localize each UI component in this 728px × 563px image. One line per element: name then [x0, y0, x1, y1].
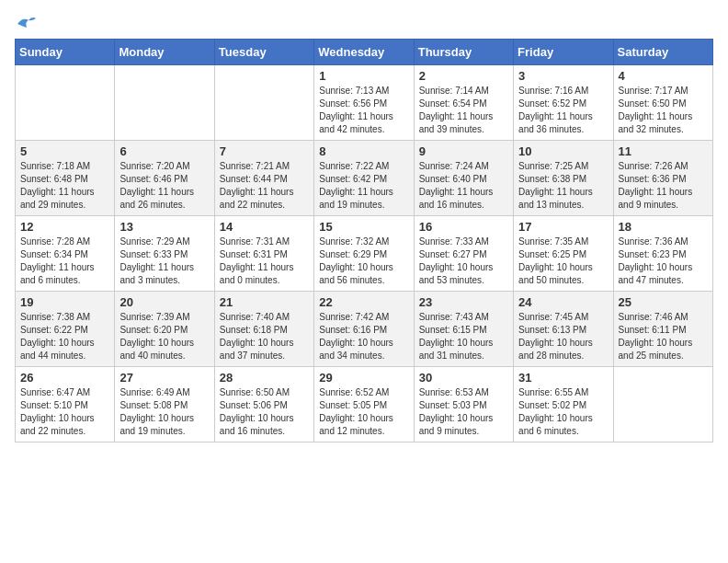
- day-info: Sunrise: 6:47 AM Sunset: 5:10 PM Dayligh…: [20, 386, 109, 438]
- day-number: 10: [518, 144, 608, 158]
- calendar-week-row: 12Sunrise: 7:28 AM Sunset: 6:34 PM Dayli…: [16, 216, 713, 292]
- day-info: Sunrise: 7:21 AM Sunset: 6:44 PM Dayligh…: [220, 160, 309, 212]
- calendar-cell: 2Sunrise: 7:14 AM Sunset: 6:54 PM Daylig…: [414, 65, 513, 141]
- day-info: Sunrise: 7:18 AM Sunset: 6:48 PM Dayligh…: [20, 160, 109, 212]
- day-number: 30: [419, 371, 508, 385]
- calendar-cell: 23Sunrise: 7:43 AM Sunset: 6:15 PM Dayli…: [414, 292, 513, 367]
- calendar-cell: 9Sunrise: 7:24 AM Sunset: 6:40 PM Daylig…: [414, 141, 513, 216]
- day-info: Sunrise: 7:33 AM Sunset: 6:27 PM Dayligh…: [419, 236, 508, 287]
- day-header-wednesday: Wednesday: [314, 40, 414, 65]
- day-info: Sunrise: 7:25 AM Sunset: 6:38 PM Dayligh…: [518, 160, 608, 212]
- calendar-cell: 29Sunrise: 6:52 AM Sunset: 5:05 PM Dayli…: [314, 367, 414, 442]
- page-header: [15, 15, 713, 28]
- calendar-cell: 7Sunrise: 7:21 AM Sunset: 6:44 PM Daylig…: [214, 141, 313, 216]
- calendar-cell: 14Sunrise: 7:31 AM Sunset: 6:31 PM Dayli…: [214, 216, 313, 292]
- day-number: 12: [20, 220, 109, 234]
- calendar-cell: 3Sunrise: 7:16 AM Sunset: 6:52 PM Daylig…: [514, 65, 613, 141]
- day-header-sunday: Sunday: [16, 40, 115, 65]
- day-number: 1: [319, 69, 408, 83]
- day-info: Sunrise: 7:29 AM Sunset: 6:33 PM Dayligh…: [119, 236, 209, 287]
- day-info: Sunrise: 7:28 AM Sunset: 6:34 PM Dayligh…: [20, 236, 109, 287]
- day-info: Sunrise: 6:53 AM Sunset: 5:03 PM Dayligh…: [419, 386, 508, 438]
- day-header-monday: Monday: [115, 40, 214, 65]
- calendar-cell: 30Sunrise: 6:53 AM Sunset: 5:03 PM Dayli…: [414, 367, 513, 442]
- day-info: Sunrise: 7:45 AM Sunset: 6:13 PM Dayligh…: [518, 311, 608, 362]
- day-info: Sunrise: 7:24 AM Sunset: 6:40 PM Dayligh…: [419, 160, 508, 212]
- day-info: Sunrise: 7:39 AM Sunset: 6:20 PM Dayligh…: [119, 311, 209, 362]
- calendar-cell: [16, 65, 115, 141]
- calendar-cell: [115, 65, 214, 141]
- calendar-header-row: SundayMondayTuesdayWednesdayThursdayFrid…: [16, 40, 713, 65]
- day-header-tuesday: Tuesday: [214, 40, 313, 65]
- day-number: 31: [518, 371, 608, 385]
- day-header-friday: Friday: [514, 40, 613, 65]
- day-number: 6: [119, 144, 209, 158]
- day-number: 25: [619, 295, 708, 309]
- day-info: Sunrise: 7:17 AM Sunset: 6:50 PM Dayligh…: [619, 85, 708, 136]
- day-header-thursday: Thursday: [414, 40, 513, 65]
- calendar-cell: 17Sunrise: 7:35 AM Sunset: 6:25 PM Dayli…: [514, 216, 613, 292]
- logo: [15, 15, 37, 28]
- calendar-cell: 26Sunrise: 6:47 AM Sunset: 5:10 PM Dayli…: [16, 367, 115, 442]
- day-number: 2: [419, 69, 508, 83]
- day-number: 9: [419, 144, 508, 158]
- day-header-saturday: Saturday: [613, 40, 712, 65]
- day-number: 18: [619, 220, 708, 234]
- calendar-cell: 13Sunrise: 7:29 AM Sunset: 6:33 PM Dayli…: [115, 216, 214, 292]
- calendar-cell: 18Sunrise: 7:36 AM Sunset: 6:23 PM Dayli…: [613, 216, 712, 292]
- calendar-cell: 11Sunrise: 7:26 AM Sunset: 6:36 PM Dayli…: [613, 141, 712, 216]
- day-number: 11: [619, 144, 708, 158]
- day-info: Sunrise: 7:14 AM Sunset: 6:54 PM Dayligh…: [419, 85, 508, 136]
- day-number: 14: [220, 220, 309, 234]
- day-info: Sunrise: 7:22 AM Sunset: 6:42 PM Dayligh…: [319, 160, 408, 212]
- calendar-cell: 8Sunrise: 7:22 AM Sunset: 6:42 PM Daylig…: [314, 141, 414, 216]
- logo-bird-icon: [16, 15, 36, 31]
- calendar-cell: 16Sunrise: 7:33 AM Sunset: 6:27 PM Dayli…: [414, 216, 513, 292]
- calendar-table: SundayMondayTuesdayWednesdayThursdayFrid…: [15, 39, 713, 442]
- calendar-cell: 4Sunrise: 7:17 AM Sunset: 6:50 PM Daylig…: [613, 65, 712, 141]
- day-info: Sunrise: 7:31 AM Sunset: 6:31 PM Dayligh…: [220, 236, 309, 287]
- day-number: 22: [319, 295, 408, 309]
- calendar-cell: 25Sunrise: 7:46 AM Sunset: 6:11 PM Dayli…: [613, 292, 712, 367]
- calendar-cell: 6Sunrise: 7:20 AM Sunset: 6:46 PM Daylig…: [115, 141, 214, 216]
- day-info: Sunrise: 7:20 AM Sunset: 6:46 PM Dayligh…: [119, 160, 209, 212]
- day-info: Sunrise: 7:43 AM Sunset: 6:15 PM Dayligh…: [419, 311, 508, 362]
- calendar-cell: 22Sunrise: 7:42 AM Sunset: 6:16 PM Dayli…: [314, 292, 414, 367]
- day-info: Sunrise: 7:36 AM Sunset: 6:23 PM Dayligh…: [619, 236, 708, 287]
- day-number: 29: [319, 371, 408, 385]
- day-number: 24: [518, 295, 608, 309]
- day-number: 13: [119, 220, 209, 234]
- day-info: Sunrise: 7:46 AM Sunset: 6:11 PM Dayligh…: [619, 311, 708, 362]
- day-number: 23: [419, 295, 508, 309]
- day-info: Sunrise: 7:26 AM Sunset: 6:36 PM Dayligh…: [619, 160, 708, 212]
- day-number: 21: [220, 295, 309, 309]
- day-number: 15: [319, 220, 408, 234]
- day-number: 26: [20, 371, 109, 385]
- day-number: 5: [20, 144, 109, 158]
- calendar-cell: 28Sunrise: 6:50 AM Sunset: 5:06 PM Dayli…: [214, 367, 313, 442]
- day-info: Sunrise: 6:49 AM Sunset: 5:08 PM Dayligh…: [119, 386, 209, 438]
- calendar-week-row: 26Sunrise: 6:47 AM Sunset: 5:10 PM Dayli…: [16, 367, 713, 442]
- calendar-cell: 27Sunrise: 6:49 AM Sunset: 5:08 PM Dayli…: [115, 367, 214, 442]
- calendar-cell: 10Sunrise: 7:25 AM Sunset: 6:38 PM Dayli…: [514, 141, 613, 216]
- day-info: Sunrise: 7:32 AM Sunset: 6:29 PM Dayligh…: [319, 236, 408, 287]
- day-number: 28: [220, 371, 309, 385]
- calendar-cell: 19Sunrise: 7:38 AM Sunset: 6:22 PM Dayli…: [16, 292, 115, 367]
- day-info: Sunrise: 6:50 AM Sunset: 5:06 PM Dayligh…: [220, 386, 309, 438]
- calendar-cell: 24Sunrise: 7:45 AM Sunset: 6:13 PM Dayli…: [514, 292, 613, 367]
- day-number: 8: [319, 144, 408, 158]
- calendar-cell: 12Sunrise: 7:28 AM Sunset: 6:34 PM Dayli…: [16, 216, 115, 292]
- calendar-week-row: 5Sunrise: 7:18 AM Sunset: 6:48 PM Daylig…: [16, 141, 713, 216]
- day-number: 7: [220, 144, 309, 158]
- day-number: 16: [419, 220, 508, 234]
- calendar-cell: 15Sunrise: 7:32 AM Sunset: 6:29 PM Dayli…: [314, 216, 414, 292]
- day-number: 20: [119, 295, 209, 309]
- calendar-cell: 20Sunrise: 7:39 AM Sunset: 6:20 PM Dayli…: [115, 292, 214, 367]
- calendar-cell: [613, 367, 712, 442]
- day-info: Sunrise: 6:52 AM Sunset: 5:05 PM Dayligh…: [319, 386, 408, 438]
- day-info: Sunrise: 7:40 AM Sunset: 6:18 PM Dayligh…: [220, 311, 309, 362]
- calendar-cell: 1Sunrise: 7:13 AM Sunset: 6:56 PM Daylig…: [314, 65, 414, 141]
- calendar-week-row: 1Sunrise: 7:13 AM Sunset: 6:56 PM Daylig…: [16, 65, 713, 141]
- day-info: Sunrise: 7:35 AM Sunset: 6:25 PM Dayligh…: [518, 236, 608, 287]
- day-info: Sunrise: 6:55 AM Sunset: 5:02 PM Dayligh…: [518, 386, 608, 438]
